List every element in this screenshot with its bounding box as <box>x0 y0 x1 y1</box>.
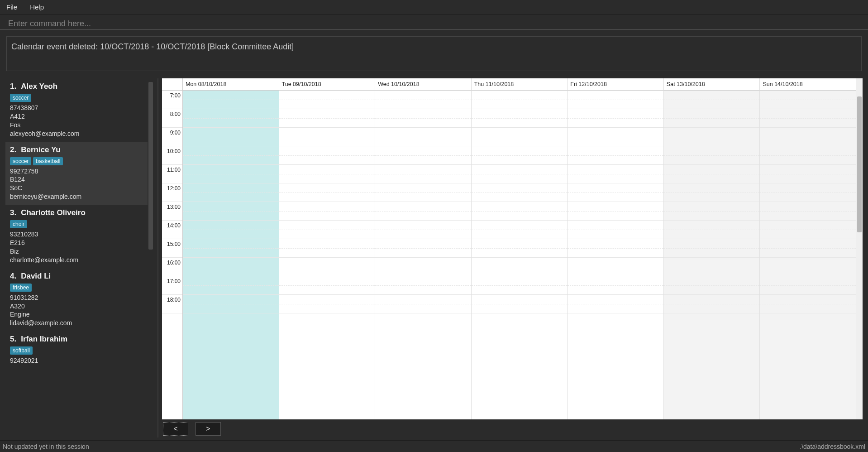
calendar-slot[interactable] <box>664 221 760 239</box>
calendar-slot[interactable] <box>279 295 375 313</box>
calendar-slot[interactable] <box>183 276 279 295</box>
calendar-day-column[interactable] <box>568 91 664 419</box>
person-card[interactable]: 4.David Lifrisbee91031282A320Enginelidav… <box>5 268 148 332</box>
calendar-slot[interactable] <box>472 91 568 109</box>
calendar-day-column[interactable] <box>760 91 856 419</box>
calendar-slot[interactable] <box>183 239 279 258</box>
calendar-slot[interactable] <box>472 146 568 165</box>
person-card[interactable]: 5.Irfan Ibrahimsoftball92492021 <box>5 331 148 369</box>
calendar-slot[interactable] <box>183 258 279 276</box>
calendar-slot[interactable] <box>568 165 663 183</box>
calendar-slot[interactable] <box>472 295 568 313</box>
calendar-slot[interactable] <box>664 239 760 258</box>
calendar-slot[interactable] <box>568 295 663 313</box>
calendar-day-column[interactable] <box>472 91 568 419</box>
person-card[interactable]: 3.Charlotte Oliveirochoir93210283E216Biz… <box>5 205 148 268</box>
calendar-slot[interactable] <box>375 258 471 276</box>
calendar-scrollbar-thumb[interactable] <box>857 96 862 232</box>
calendar-slot[interactable] <box>375 295 471 313</box>
calendar-slot[interactable] <box>664 165 760 183</box>
calendar-slot[interactable] <box>664 91 760 109</box>
next-week-button[interactable]: > <box>196 422 221 436</box>
calendar-slot[interactable] <box>568 258 663 276</box>
calendar-slot[interactable] <box>183 202 279 221</box>
calendar-slot[interactable] <box>472 202 568 221</box>
calendar-slot[interactable] <box>279 109 375 128</box>
calendar-slot[interactable] <box>472 258 568 276</box>
calendar-slot[interactable] <box>375 276 471 295</box>
calendar-slot[interactable] <box>664 128 760 146</box>
calendar-slot[interactable] <box>664 202 760 221</box>
calendar-slot[interactable] <box>568 109 663 128</box>
calendar-slot[interactable] <box>279 183 375 202</box>
calendar-slot[interactable] <box>664 295 760 313</box>
calendar-slot[interactable] <box>375 183 471 202</box>
menu-file[interactable]: File <box>4 2 20 12</box>
calendar-slot[interactable] <box>472 221 568 239</box>
calendar-slot[interactable] <box>760 239 856 258</box>
calendar-slot[interactable] <box>279 91 375 109</box>
prev-week-button[interactable]: < <box>163 422 188 436</box>
calendar-scrollbar[interactable] <box>856 78 863 419</box>
calendar-slot[interactable] <box>183 109 279 128</box>
calendar-slot[interactable] <box>568 128 663 146</box>
calendar-slot[interactable] <box>279 258 375 276</box>
command-input[interactable] <box>8 19 860 29</box>
calendar-slot[interactable] <box>568 239 663 258</box>
people-scrollbar-thumb[interactable] <box>148 82 153 250</box>
calendar-slot[interactable] <box>472 239 568 258</box>
calendar-slot[interactable] <box>472 109 568 128</box>
calendar-day-column[interactable] <box>279 91 376 419</box>
calendar-slot[interactable] <box>760 128 856 146</box>
calendar-slot[interactable] <box>760 276 856 295</box>
calendar-slot[interactable] <box>183 221 279 239</box>
calendar-slot[interactable] <box>664 258 760 276</box>
calendar-slot[interactable] <box>375 109 471 128</box>
calendar-slot[interactable] <box>375 128 471 146</box>
calendar-slot[interactable] <box>279 165 375 183</box>
calendar-slot[interactable] <box>760 202 856 221</box>
calendar-slot[interactable] <box>279 146 375 165</box>
calendar-slot[interactable] <box>183 295 279 313</box>
calendar-slot[interactable] <box>375 165 471 183</box>
calendar-slot[interactable] <box>375 202 471 221</box>
calendar-slot[interactable] <box>568 146 663 165</box>
calendar-slot[interactable] <box>664 183 760 202</box>
calendar-slot[interactable] <box>568 183 663 202</box>
calendar-slot[interactable] <box>568 221 663 239</box>
calendar-slot[interactable] <box>664 146 760 165</box>
calendar-slot[interactable] <box>568 91 663 109</box>
calendar-slot[interactable] <box>760 91 856 109</box>
calendar-slot[interactable] <box>279 276 375 295</box>
calendar-slot[interactable] <box>760 183 856 202</box>
calendar-slot[interactable] <box>760 165 856 183</box>
calendar-slot[interactable] <box>279 239 375 258</box>
calendar-slot[interactable] <box>664 276 760 295</box>
calendar-slot[interactable] <box>760 258 856 276</box>
calendar-slot[interactable] <box>472 165 568 183</box>
calendar-day-column[interactable] <box>183 91 279 419</box>
person-card[interactable]: 1.Alex Yeohsoccer87438807A412Fosalexyeoh… <box>5 78 148 142</box>
calendar-slot[interactable] <box>760 221 856 239</box>
calendar-slot[interactable] <box>183 183 279 202</box>
calendar-slot[interactable] <box>760 146 856 165</box>
calendar-slot[interactable] <box>375 239 471 258</box>
calendar-slot[interactable] <box>375 221 471 239</box>
calendar-slot[interactable] <box>760 109 856 128</box>
calendar-slot[interactable] <box>183 91 279 109</box>
calendar-slot[interactable] <box>183 165 279 183</box>
calendar-slot[interactable] <box>375 91 471 109</box>
calendar-body[interactable]: 7:008:009:0010:0011:0012:0013:0014:0015:… <box>162 91 856 419</box>
calendar-slot[interactable] <box>472 183 568 202</box>
calendar-slot[interactable] <box>472 128 568 146</box>
calendar-day-column[interactable] <box>664 91 760 419</box>
person-card[interactable]: 2.Bernice Yusoccerbasketball99272758B124… <box>5 142 148 205</box>
calendar-slot[interactable] <box>664 109 760 128</box>
menu-help[interactable]: Help <box>27 2 47 12</box>
calendar-slot[interactable] <box>375 146 471 165</box>
calendar-slot[interactable] <box>568 276 663 295</box>
calendar-slot[interactable] <box>279 202 375 221</box>
calendar-slot[interactable] <box>472 276 568 295</box>
calendar-slot[interactable] <box>183 146 279 165</box>
calendar-slot[interactable] <box>279 221 375 239</box>
